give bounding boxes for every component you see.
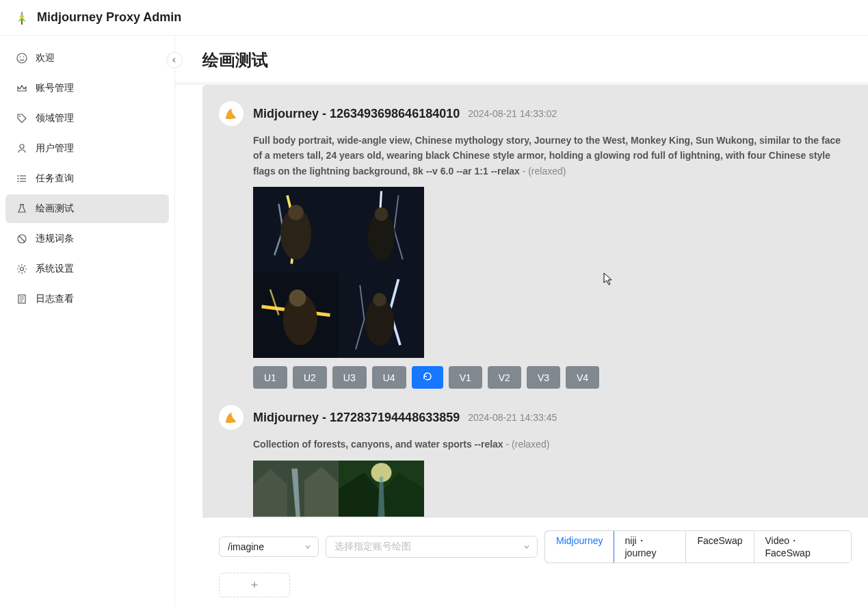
flask-icon bbox=[16, 203, 27, 214]
svg-point-10 bbox=[18, 178, 19, 179]
refresh-icon bbox=[423, 372, 432, 381]
sidebar-item-label: 领域管理 bbox=[36, 112, 74, 125]
account-select[interactable]: 选择指定账号绘图 bbox=[326, 536, 538, 558]
mode-midjourney[interactable]: Midjourney bbox=[544, 530, 614, 563]
list-icon bbox=[16, 173, 27, 184]
main-content: 绘画测试 Midjourney - 1263493698646184010 20… bbox=[175, 36, 868, 607]
prompt-text: Collection of forests, canyons, and wate… bbox=[253, 437, 852, 452]
sidebar-item-label: 欢迎 bbox=[36, 52, 55, 64]
svg-point-9 bbox=[18, 175, 19, 177]
command-select-value: /imagine bbox=[228, 541, 264, 552]
sidebar-item-settings[interactable]: 系统设置 bbox=[5, 255, 169, 283]
account-select-placeholder: 选择指定账号绘图 bbox=[334, 541, 411, 552]
smile-icon bbox=[16, 53, 27, 64]
upscale-1-button[interactable]: U1 bbox=[253, 366, 287, 389]
svg-point-15 bbox=[21, 268, 24, 271]
user-icon bbox=[16, 143, 27, 154]
messages-list: Midjourney - 1263493698646184010 2024-08… bbox=[202, 85, 868, 517]
variation-1-button[interactable]: V1 bbox=[449, 366, 482, 389]
bot-avatar bbox=[219, 101, 244, 126]
svg-point-25 bbox=[375, 207, 389, 221]
svg-point-11 bbox=[18, 181, 19, 182]
mode-video-faceswap[interactable]: Video・FaceSwap bbox=[754, 531, 851, 563]
sidebar-item-tasks[interactable]: 任务查询 bbox=[5, 164, 169, 193]
chevron-down-icon bbox=[304, 543, 311, 550]
crown-icon bbox=[16, 83, 27, 94]
bot-avatar bbox=[219, 405, 244, 430]
sidebar-item-label: 违规词条 bbox=[36, 233, 74, 245]
gear-icon bbox=[16, 263, 27, 274]
input-bar: /imagine 选择指定账号绘图 Midjourney niji・journe… bbox=[202, 517, 868, 607]
ban-icon bbox=[16, 233, 27, 244]
message-card: Midjourney - 1272837194448633859 2024-08… bbox=[219, 405, 852, 516]
sidebar-item-accounts[interactable]: 账号管理 bbox=[5, 74, 169, 103]
svg-point-3 bbox=[23, 56, 25, 57]
upscale-2-button[interactable]: U2 bbox=[293, 366, 327, 389]
svg-point-1 bbox=[17, 53, 27, 63]
variation-3-button[interactable]: V3 bbox=[527, 366, 560, 389]
sidebar-item-draw-test[interactable]: 绘画测试 bbox=[5, 194, 169, 223]
midjourney-icon bbox=[224, 106, 239, 121]
variation-4-button[interactable]: V4 bbox=[566, 366, 599, 389]
message-time: 2024-08-21 14:33:45 bbox=[468, 412, 557, 423]
result-image-grid[interactable] bbox=[253, 461, 424, 517]
midjourney-icon bbox=[224, 410, 239, 425]
app-header: Midjourney Proxy Admin bbox=[0, 0, 868, 36]
message-time: 2024-08-21 14:33:02 bbox=[468, 108, 557, 119]
mode-faceswap[interactable]: FaceSwap bbox=[686, 531, 754, 563]
svg-point-2 bbox=[20, 56, 21, 57]
page-title: 绘画测试 bbox=[202, 49, 841, 71]
action-buttons-row: U1 U2 U3 U4 V1 V2 V3 V4 bbox=[253, 366, 852, 389]
sidebar-item-label: 日志查看 bbox=[36, 293, 74, 305]
message-title: Midjourney - 1263493698646184010 bbox=[253, 107, 460, 121]
svg-point-5 bbox=[20, 144, 24, 148]
prompt-text: Full body portrait, wide-angle view, Chi… bbox=[253, 133, 852, 179]
sidebar-item-welcome[interactable]: 欢迎 bbox=[5, 44, 169, 73]
result-image-grid[interactable] bbox=[253, 187, 424, 358]
plus-icon: + bbox=[251, 578, 259, 593]
page-header: 绘画测试 bbox=[175, 36, 868, 82]
app-title: Midjourney Proxy Admin bbox=[37, 10, 181, 25]
sidebar-item-banned-words[interactable]: 违规词条 bbox=[5, 224, 169, 253]
svg-point-28 bbox=[289, 289, 306, 307]
sidebar-item-label: 绘画测试 bbox=[36, 203, 74, 215]
sidebar-item-label: 系统设置 bbox=[36, 263, 74, 275]
svg-point-4 bbox=[19, 116, 21, 117]
svg-point-31 bbox=[373, 293, 386, 307]
svg-line-14 bbox=[19, 236, 25, 242]
document-icon bbox=[16, 294, 27, 305]
sidebar-item-label: 任务查询 bbox=[36, 172, 74, 185]
svg-rect-0 bbox=[21, 20, 23, 25]
command-select[interactable]: /imagine bbox=[219, 537, 319, 557]
upscale-4-button[interactable]: U4 bbox=[372, 366, 406, 389]
chevron-left-icon bbox=[171, 57, 178, 64]
sidebar-item-domains[interactable]: 领域管理 bbox=[5, 104, 169, 133]
svg-point-22 bbox=[288, 205, 304, 220]
sidebar: 欢迎 账号管理 领域管理 用户管理 任务查询 绘画测试 违规词条 系统设置 bbox=[0, 36, 175, 607]
chevron-down-icon bbox=[523, 543, 530, 550]
sidebar-item-label: 用户管理 bbox=[36, 142, 74, 155]
message-card: Midjourney - 1263493698646184010 2024-08… bbox=[219, 101, 852, 389]
reroll-button[interactable] bbox=[412, 366, 443, 389]
mode-radio-group: Midjourney niji・journey FaceSwap Video・F… bbox=[544, 530, 852, 563]
sidebar-item-users[interactable]: 用户管理 bbox=[5, 134, 169, 163]
sidebar-collapse-button[interactable] bbox=[166, 52, 183, 68]
sidebar-item-logs[interactable]: 日志查看 bbox=[5, 285, 169, 313]
sidebar-item-label: 账号管理 bbox=[36, 82, 74, 94]
mode-niji[interactable]: niji・journey bbox=[614, 531, 686, 563]
upload-button[interactable]: + bbox=[219, 573, 290, 597]
upscale-3-button[interactable]: U3 bbox=[332, 366, 367, 389]
message-title: Midjourney - 1272837194448633859 bbox=[253, 411, 460, 425]
variation-2-button[interactable]: V2 bbox=[488, 366, 521, 389]
app-logo-icon bbox=[14, 10, 30, 26]
tag-icon bbox=[16, 113, 27, 124]
